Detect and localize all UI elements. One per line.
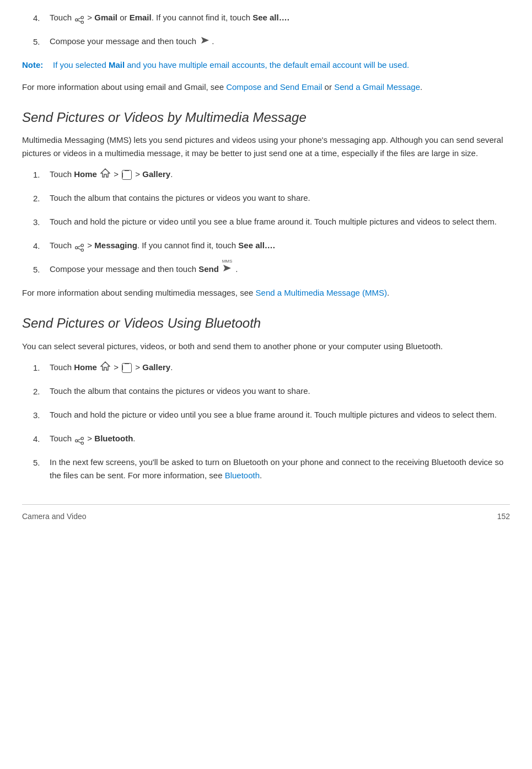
step-item: 1. Touch Home > > Gallery. bbox=[33, 168, 510, 181]
svg-point-16 bbox=[81, 442, 83, 444]
bluetooth-section-heading: Send Pictures or Videos Using Bluetooth bbox=[22, 313, 510, 334]
grid-icon bbox=[122, 170, 132, 180]
step-item: 4. Touch > Bluetooth. bbox=[33, 432, 510, 446]
step-number: 2. bbox=[33, 191, 50, 205]
step-number: 1. bbox=[33, 361, 50, 375]
step-number: 5. bbox=[33, 456, 50, 469]
svg-marker-12 bbox=[223, 265, 231, 271]
step-item: 4. Touch > Gmail or Email. If you cannot… bbox=[33, 11, 510, 25]
svg-point-2 bbox=[81, 21, 83, 23]
svg-line-17 bbox=[78, 439, 82, 440]
note-text: If you selected Mail and you have multip… bbox=[53, 58, 409, 72]
note-block: Note: If you selected Mail and you have … bbox=[22, 58, 510, 72]
svg-point-0 bbox=[76, 19, 78, 21]
step-item: 4. Touch > Messaging. If you cannot find… bbox=[33, 239, 510, 253]
mms-intro: Multimedia Messaging (MMS) lets you send… bbox=[22, 133, 510, 160]
step-text: In the next few screens, you'll be asked… bbox=[50, 456, 510, 482]
step-item: 2. Touch the album that contains the pic… bbox=[33, 191, 510, 205]
see-all-label-2: See all…. bbox=[238, 241, 275, 250]
mms-section-heading: Send Pictures or Videos by Multimedia Me… bbox=[22, 107, 510, 128]
footer-right: 152 bbox=[497, 510, 510, 522]
mms-steps: 1. Touch Home > > Gallery. 2. Touch the … bbox=[33, 168, 510, 276]
share-icon bbox=[74, 242, 84, 250]
mail-bold: Mail bbox=[109, 60, 125, 70]
email-info-para: For more information about using email a… bbox=[22, 81, 510, 94]
step-number: 1. bbox=[33, 168, 50, 181]
svg-line-3 bbox=[78, 18, 82, 19]
page-footer: Camera and Video 152 bbox=[22, 504, 510, 522]
email-label: Email bbox=[130, 13, 152, 22]
send-gmail-link[interactable]: Send a Gmail Message bbox=[334, 82, 420, 92]
see-all-label: See all…. bbox=[252, 13, 289, 22]
bluetooth-steps: 1. Touch Home > > Gallery. 2. Touch the … bbox=[33, 361, 510, 482]
step-number: 5. bbox=[33, 35, 50, 49]
step-text: Touch the album that contains the pictur… bbox=[50, 191, 510, 205]
gallery-label: Gallery bbox=[142, 169, 170, 179]
step-item: 2. Touch the album that contains the pic… bbox=[33, 384, 510, 398]
svg-line-18 bbox=[78, 441, 82, 443]
step-text: Touch Home > > Gallery. bbox=[50, 168, 510, 181]
svg-point-9 bbox=[81, 249, 83, 252]
step-item: 3. Touch and hold the picture or video u… bbox=[33, 408, 510, 422]
step-text: Touch and hold the picture or video unti… bbox=[50, 215, 510, 228]
footer-left: Camera and Video bbox=[22, 510, 86, 522]
step-number: 4. bbox=[33, 239, 50, 253]
step-text: Touch Home > > Gallery. bbox=[50, 361, 510, 375]
svg-line-4 bbox=[78, 20, 82, 22]
step-number: 4. bbox=[33, 432, 50, 446]
bluetooth-intro: You can select several pictures, videos,… bbox=[22, 340, 510, 353]
gmail-label: Gmail bbox=[94, 13, 117, 22]
svg-marker-6 bbox=[101, 169, 110, 177]
step-number: 2. bbox=[33, 384, 50, 398]
step-text: Touch and hold the picture or video unti… bbox=[50, 408, 510, 421]
share-icon-bt bbox=[74, 435, 84, 443]
step-item: 1. Touch Home > > Gallery. bbox=[33, 361, 510, 375]
messaging-label: Messaging bbox=[94, 241, 137, 250]
svg-marker-5 bbox=[201, 37, 209, 44]
step-text: Touch > Messaging. If you cannot find it… bbox=[50, 239, 510, 252]
svg-line-10 bbox=[78, 246, 82, 248]
home-icon bbox=[100, 168, 110, 181]
step-number: 4. bbox=[33, 11, 50, 25]
svg-point-7 bbox=[76, 247, 78, 249]
home-icon-bt bbox=[100, 361, 110, 375]
step-item: 5. Compose your message and then touch . bbox=[33, 35, 510, 49]
note-label: Note: bbox=[22, 58, 51, 72]
bluetooth-link[interactable]: Bluetooth bbox=[225, 471, 260, 480]
step-text: Touch the album that contains the pictur… bbox=[50, 384, 510, 398]
svg-line-11 bbox=[78, 248, 82, 250]
step-number: 5. bbox=[33, 263, 50, 276]
step-text: Touch > Gmail or Email. If you cannot fi… bbox=[50, 11, 510, 24]
step-item: 3. Touch and hold the picture or video u… bbox=[33, 215, 510, 229]
step-number: 3. bbox=[33, 408, 50, 422]
send-label: Send bbox=[198, 264, 219, 274]
svg-point-14 bbox=[76, 440, 78, 442]
svg-point-15 bbox=[81, 437, 83, 439]
send-mms-link[interactable]: Send a Multimedia Message (MMS) bbox=[256, 288, 387, 297]
svg-point-1 bbox=[81, 16, 83, 18]
svg-point-8 bbox=[81, 244, 83, 247]
mms-info-para: For more information about sending multi… bbox=[22, 286, 510, 300]
grid-icon-bt bbox=[122, 363, 132, 373]
step-text: Compose your message and then touch Send… bbox=[50, 263, 510, 276]
compose-send-email-link[interactable]: Compose and Send Email bbox=[226, 82, 322, 92]
email-steps: 4. Touch > Gmail or Email. If you cannot… bbox=[33, 11, 510, 49]
step-item: 5. Compose your message and then touch S… bbox=[33, 263, 510, 276]
step-text: Touch > Bluetooth. bbox=[50, 432, 510, 445]
main-content: 4. Touch > Gmail or Email. If you cannot… bbox=[22, 11, 510, 522]
step-item: 5. In the next few screens, you'll be as… bbox=[33, 456, 510, 482]
send-mms-icon: MMS bbox=[222, 263, 232, 276]
send-arrow-icon bbox=[200, 35, 210, 49]
gallery-label-bt: Gallery bbox=[142, 362, 170, 372]
step-number: 3. bbox=[33, 215, 50, 229]
home-label-bt: Home bbox=[74, 362, 97, 372]
bluetooth-label: Bluetooth bbox=[94, 434, 133, 443]
home-label: Home bbox=[74, 169, 97, 179]
share-icon bbox=[74, 14, 84, 22]
step-text: Compose your message and then touch . bbox=[50, 35, 510, 49]
svg-marker-13 bbox=[101, 362, 110, 370]
